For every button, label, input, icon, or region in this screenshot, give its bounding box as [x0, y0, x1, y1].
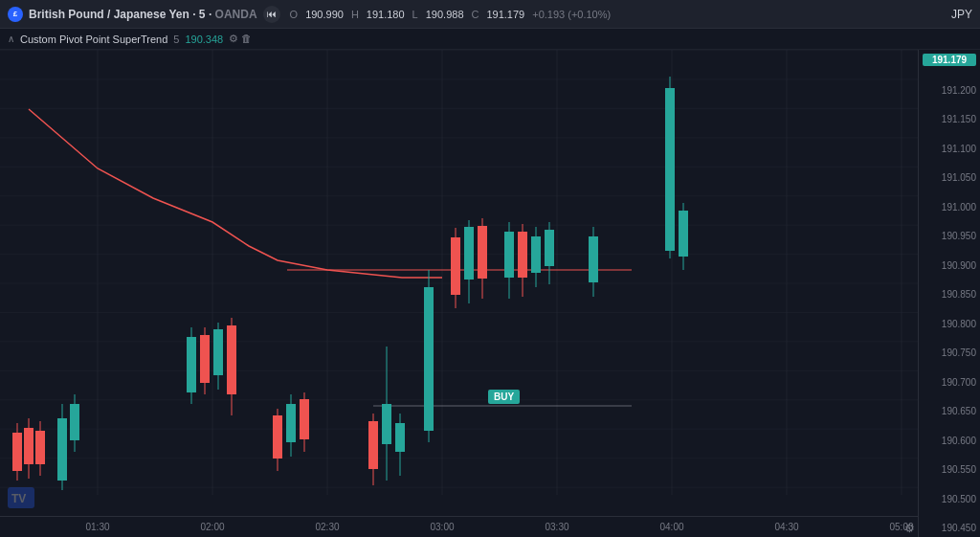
header-bar: £ British Pound / Japanese Yen · 5 · OAN… [0, 0, 980, 29]
price-label-13: 190.600 [923, 436, 976, 446]
currency-label: JPY [951, 8, 972, 21]
svg-rect-50 [478, 226, 487, 279]
change-value: +0.193 (+0.10%) [532, 9, 611, 20]
time-label-5: 04:00 [659, 522, 683, 532]
open-label: O [290, 9, 299, 20]
svg-rect-26 [200, 335, 210, 383]
svg-rect-60 [589, 236, 598, 282]
svg-rect-16 [24, 428, 33, 464]
price-label-14: 190.550 [923, 464, 976, 475]
broker-separator: · [209, 8, 215, 21]
low-label: L [412, 9, 418, 20]
current-price-label: 191.179 [923, 54, 976, 66]
indicator-bar: ∧ Custom Pivot Point SuperTrend 5 190.34… [0, 29, 980, 50]
close-value: 191.179 [486, 9, 524, 20]
svg-rect-14 [12, 433, 22, 471]
svg-rect-64 [679, 211, 688, 257]
pair-name: British Pound / Japanese Yen [29, 8, 189, 21]
price-axis: 191.179 191.200 191.150 191.100 191.050 … [918, 50, 980, 537]
chart-settings-icon[interactable]: ⚙ [904, 522, 915, 535]
svg-text:TV: TV [11, 492, 26, 505]
svg-rect-40 [382, 404, 391, 444]
indicator-timeframe: 5 [173, 34, 179, 45]
indicator-icons: ⚙ 🗑 [229, 33, 252, 45]
svg-rect-32 [273, 415, 282, 459]
open-value: 190.990 [305, 9, 344, 20]
price-label-9: 190.800 [923, 319, 976, 329]
time-label-0: 01:30 [85, 522, 109, 532]
time-axis: 01:30 02:00 02:30 03:00 03:30 04:00 04:3… [0, 516, 918, 537]
time-label-6: 04:30 [774, 522, 798, 532]
svg-rect-44 [424, 287, 434, 431]
indicator-name: Custom Pivot Point SuperTrend [20, 34, 167, 45]
svg-rect-36 [300, 399, 309, 439]
price-label-10: 190.750 [923, 347, 976, 358]
svg-rect-22 [70, 404, 79, 440]
svg-rect-62 [665, 88, 675, 251]
ohlc-display: O 190.990 H 191.180 L 190.988 C 191.179 … [290, 9, 612, 20]
pair-title: British Pound / Japanese Yen · 5 · OANDA [29, 8, 257, 21]
svg-rect-48 [464, 227, 474, 280]
price-label-6: 190.950 [923, 231, 976, 241]
time-label-3: 03:00 [430, 522, 454, 532]
chart-container: BUY 191.179 191.200 191.150 191.100 191.… [0, 50, 980, 537]
low-value: 190.988 [426, 9, 464, 20]
indicator-value: 190.348 [185, 34, 223, 45]
high-label: H [351, 9, 359, 20]
broker-name: OANDA [215, 8, 257, 21]
price-label-5: 191.000 [923, 202, 976, 213]
svg-rect-58 [545, 230, 554, 266]
price-label-12: 190.650 [923, 406, 976, 416]
svg-rect-54 [518, 232, 527, 278]
price-label-15: 190.500 [923, 494, 976, 504]
time-label-1: 02:00 [200, 522, 224, 532]
tradingview-watermark: TV [8, 487, 34, 510]
svg-rect-56 [531, 236, 541, 273]
price-label-11: 190.700 [923, 377, 976, 388]
timeframe: 5 [199, 8, 206, 21]
price-label-16: 190.450 [923, 523, 976, 533]
svg-rect-46 [451, 237, 460, 295]
pair-icon: £ [8, 7, 23, 22]
price-label-2: 191.150 [923, 114, 976, 124]
svg-rect-42 [395, 423, 405, 452]
price-label-7: 190.900 [923, 260, 976, 271]
separator: · [192, 8, 199, 21]
svg-rect-24 [187, 337, 196, 392]
replay-button[interactable]: ⏮ [263, 6, 280, 23]
svg-rect-18 [35, 431, 45, 464]
svg-rect-34 [286, 404, 296, 442]
time-label-2: 02:30 [315, 522, 339, 532]
price-label-4: 191.050 [923, 172, 976, 183]
buy-badge[interactable]: BUY [488, 390, 520, 404]
price-label-8: 190.850 [923, 289, 976, 300]
svg-rect-38 [368, 421, 378, 469]
svg-rect-20 [57, 418, 67, 481]
svg-rect-30 [227, 325, 236, 394]
time-label-4: 03:30 [545, 522, 568, 532]
price-label-1: 191.200 [923, 85, 976, 96]
high-value: 191.180 [367, 9, 405, 20]
svg-rect-28 [213, 329, 223, 375]
close-label: C [472, 9, 479, 20]
collapse-button[interactable]: ∧ [8, 34, 14, 44]
chart-svg [0, 50, 918, 516]
svg-rect-52 [504, 232, 514, 278]
price-label-3: 191.100 [923, 144, 976, 154]
